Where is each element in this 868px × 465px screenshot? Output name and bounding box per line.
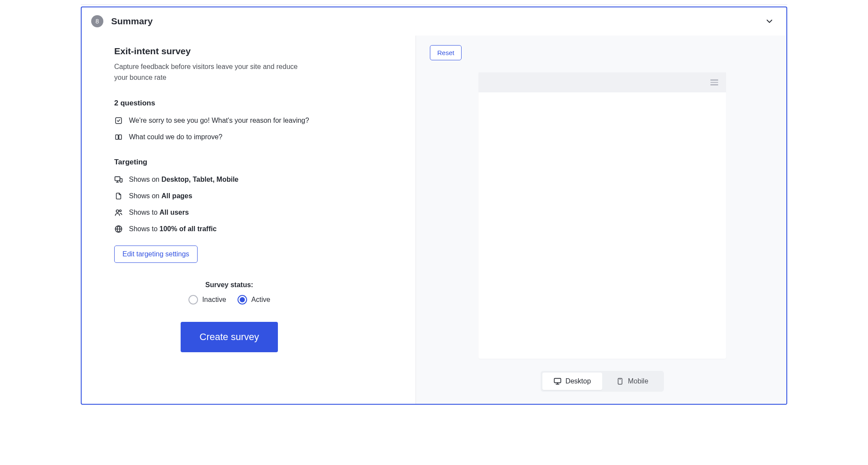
chevron-down-icon[interactable] (765, 16, 774, 26)
status-active-radio[interactable]: Active (238, 295, 271, 305)
top-divider (81, 4, 787, 5)
summary-panel-header[interactable]: 8 Summary (82, 7, 786, 36)
page-icon (114, 192, 123, 200)
targeting-text: Shows on Desktop, Tablet, Mobile (129, 176, 238, 183)
summary-panel: 8 Summary Exit-intent survey Capture fee… (81, 7, 787, 405)
users-icon (114, 208, 123, 217)
targeting-row-devices: Shows on Desktop, Tablet, Mobile (114, 175, 416, 184)
svg-rect-2 (119, 134, 122, 139)
questions-heading: 2 questions (114, 99, 416, 108)
targeting-text: Shows on All pages (129, 192, 192, 200)
survey-preview-card (479, 72, 726, 359)
svg-rect-3 (115, 177, 120, 180)
text-question-icon (114, 133, 123, 141)
view-mobile-button[interactable]: Mobile (602, 373, 662, 390)
create-survey-button[interactable]: Create survey (181, 322, 278, 352)
svg-rect-0 (116, 118, 122, 124)
question-text: We're sorry to see you go! What's your r… (129, 117, 309, 124)
radio-icon (238, 295, 247, 305)
view-label: Mobile (628, 377, 648, 385)
targeting-heading: Targeting (114, 158, 416, 167)
svg-rect-1 (116, 134, 118, 139)
reset-button[interactable]: Reset (430, 45, 462, 60)
checkbox-icon (114, 116, 123, 125)
preview-view-toggle: Desktop Mobile (541, 371, 664, 392)
survey-status-block: Survey status: Inactive Active (114, 281, 344, 305)
targeting-block: Targeting Shows on Desktop, Tablet, Mobi… (114, 158, 416, 263)
survey-title: Exit-intent survey (114, 46, 416, 56)
status-inactive-radio[interactable]: Inactive (188, 295, 226, 305)
globe-icon (114, 225, 123, 233)
question-row: We're sorry to see you go! What's your r… (114, 116, 416, 125)
view-desktop-button[interactable]: Desktop (542, 373, 602, 390)
panel-body: Exit-intent survey Capture feedback befo… (82, 36, 786, 404)
summary-left-column: Exit-intent survey Capture feedback befo… (82, 36, 416, 404)
desktop-icon (553, 377, 562, 386)
mobile-icon (616, 377, 624, 386)
devices-icon (114, 175, 123, 184)
radio-label: Active (251, 296, 271, 304)
targeting-text: Shows to All users (129, 209, 189, 216)
survey-status-label: Survey status: (114, 281, 344, 289)
svg-point-7 (116, 210, 119, 212)
targeting-row-traffic: Shows to 100% of all traffic (114, 225, 416, 233)
view-label: Desktop (565, 377, 591, 385)
create-survey-block: Create survey (114, 322, 344, 352)
question-row: What could we do to improve? (114, 133, 416, 141)
hamburger-icon[interactable] (710, 79, 718, 85)
radio-label: Inactive (202, 296, 226, 304)
radio-icon (188, 295, 198, 305)
panel-title: Summary (111, 16, 153, 26)
edit-targeting-button[interactable]: Edit targeting settings (114, 246, 198, 263)
question-text: What could we do to improve? (129, 133, 222, 141)
svg-point-8 (119, 210, 121, 211)
targeting-row-pages: Shows on All pages (114, 192, 416, 200)
targeting-text: Shows to 100% of all traffic (129, 225, 217, 233)
preview-card-header (479, 72, 726, 92)
step-number-badge: 8 (91, 15, 103, 27)
svg-rect-11 (554, 378, 561, 383)
targeting-row-users: Shows to All users (114, 208, 416, 217)
survey-description: Capture feedback before visitors leave y… (114, 62, 310, 83)
survey-status-radio-group: Inactive Active (114, 295, 344, 305)
svg-rect-6 (120, 178, 122, 182)
summary-right-column: Reset Desktop (416, 36, 786, 404)
